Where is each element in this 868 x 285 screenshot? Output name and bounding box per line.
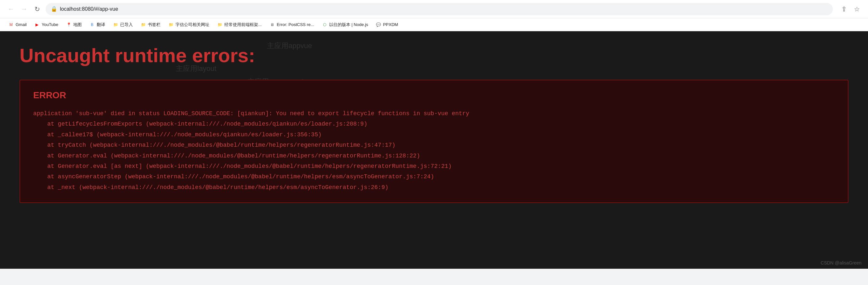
bookmark-translate[interactable]: B 翻译 (86, 21, 108, 29)
gmail-icon: M (8, 22, 14, 27)
error-overlay: Uncaught runtime errors: ERROR applicati… (0, 31, 868, 269)
bookmark-ppxdm-label: PPXDM (383, 22, 398, 27)
browser-chrome: ← → ↻ 🔒 localhost:8080/#/app-vue ⇪ ☆ M G… (0, 0, 868, 269)
bookmark-yuzicorp-label: 字信公司相关网址 (176, 22, 209, 28)
error-box: ERROR application 'sub-vue' died in stat… (20, 80, 848, 203)
reload-button[interactable]: ↻ (31, 3, 43, 15)
translate-icon: B (90, 22, 95, 27)
bookmark-translate-label: 翻译 (97, 22, 105, 28)
bookmark-imported-label: 已导入 (120, 22, 133, 28)
error-title: Uncaught runtime errors: (20, 44, 848, 67)
bookmark-postcss-label: Error: PostCSS re... (277, 22, 314, 27)
bookmark-bookmarks[interactable]: 📁 书签栏 (137, 21, 164, 29)
back-button[interactable]: ← (5, 3, 17, 15)
bookmark-imported[interactable]: 📁 已导入 (110, 21, 136, 29)
bookmark-yuzicorp[interactable]: 📁 字信公司相关网址 (165, 21, 213, 29)
bookmark-bookmarks-label: 书签栏 (148, 22, 160, 28)
bookmark-postcss[interactable]: 🖥 Error: PostCSS re... (266, 21, 317, 29)
folder-icon-4: 📁 (217, 22, 222, 27)
bookmark-frontend[interactable]: 📁 经常使用前端框架... (214, 21, 265, 29)
forward-button[interactable]: → (18, 3, 30, 15)
nav-controls: ← → ↻ (5, 3, 43, 15)
bookmark-youtube-label: YouTube (42, 22, 58, 27)
error-message: application 'sub-vue' died in status LOA… (33, 108, 835, 193)
bookmark-button[interactable]: ☆ (851, 3, 863, 15)
folder-icon-3: 📁 (168, 22, 174, 27)
bookmark-frontend-label: 经常使用前端框架... (224, 22, 262, 28)
bookmark-nodejs-label: 以往的版本 | Node.js (329, 22, 368, 28)
address-bar[interactable]: 🔒 localhost:8080/#/app-vue (45, 3, 833, 15)
bookmark-nodejs[interactable]: ⬡ 以往的版本 | Node.js (319, 21, 371, 29)
lock-icon: 🔒 (51, 6, 57, 12)
bookmark-youtube[interactable]: ▶ YouTube (31, 21, 62, 29)
youtube-icon: ▶ (34, 22, 40, 27)
bookmark-ppxdm[interactable]: 💬 PPXDM (372, 21, 401, 29)
bookmarks-bar: M Gmail ▶ YouTube 📍 地图 B 翻译 📁 已导入 📁 书签栏 … (0, 18, 868, 31)
toolbar-icons: ⇪ ☆ (838, 3, 863, 15)
chat-icon: 💬 (376, 22, 381, 27)
folder-icon-2: 📁 (141, 22, 146, 27)
page-content: 主应用appvue 主应用layout 主应用=====nestmenu 默认颜… (0, 31, 868, 269)
bookmark-maps[interactable]: 📍 地图 (63, 21, 85, 29)
error-label: ERROR (33, 90, 835, 100)
maps-icon: 📍 (66, 22, 71, 27)
bookmark-maps-label: 地图 (73, 22, 82, 28)
folder-icon-1: 📁 (113, 22, 118, 27)
nodejs-icon: ⬡ (322, 22, 327, 27)
address-bar-row: ← → ↻ 🔒 localhost:8080/#/app-vue ⇪ ☆ (0, 0, 868, 18)
url-text: localhost:8080/#/app-vue (60, 6, 828, 12)
bookmark-gmail[interactable]: M Gmail (5, 21, 30, 29)
monitor-icon: 🖥 (270, 22, 275, 27)
bookmark-gmail-label: Gmail (16, 22, 27, 27)
share-button[interactable]: ⇪ (838, 3, 850, 15)
